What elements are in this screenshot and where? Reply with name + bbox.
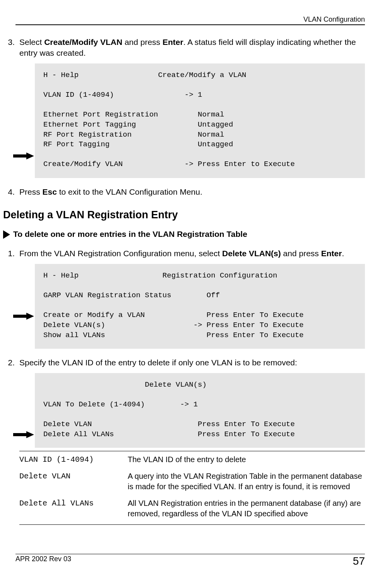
definition-table: VLAN ID (1-4094) The VLAN ID of the entr… xyxy=(19,451,365,525)
step-number: 3. xyxy=(4,37,19,59)
svg-marker-1 xyxy=(3,230,10,239)
definition-term: Delete VLAN xyxy=(19,471,128,492)
definition-row: Delete VLAN A query into the VLAN Regist… xyxy=(19,471,365,492)
svg-marker-3 xyxy=(13,431,34,438)
procedure-arrow-icon xyxy=(3,230,10,240)
definition-description: All VLAN Registration entries in the per… xyxy=(128,498,365,519)
svg-marker-2 xyxy=(13,313,34,320)
definition-description: The VLAN ID of the entry to delete xyxy=(128,454,365,465)
step-body: Select Create/Modify VLAN and press Ente… xyxy=(19,37,365,59)
terminal-output: H - Help Create/Modify a VLAN VLAN ID (1… xyxy=(35,63,365,178)
svg-marker-0 xyxy=(13,152,34,159)
page-content: 3. Select Create/Modify VLAN and press E… xyxy=(0,25,365,525)
page-footer: APR 2002 Rev 03 57 xyxy=(15,554,365,567)
running-header: VLAN Configuration xyxy=(15,15,365,25)
step-number: 2. xyxy=(4,357,19,368)
step-3: 3. Select Create/Modify VLAN and press E… xyxy=(4,37,365,59)
step-body: From the VLAN Registration Configuration… xyxy=(19,248,365,259)
terminal-block-1: H - Help Create/Modify a VLAN VLAN ID (1… xyxy=(35,63,365,178)
definition-term: VLAN ID (1-4094) xyxy=(19,454,128,465)
step-1: 1. From the VLAN Registration Configurat… xyxy=(4,248,365,259)
step-4: 4. Press Esc to exit to the VLAN Configu… xyxy=(4,187,365,197)
arrow-icon xyxy=(13,431,34,438)
step-body: Press Esc to exit to the VLAN Configurat… xyxy=(19,187,365,197)
running-title: VLAN Configuration xyxy=(303,15,365,23)
step-body: Specify the VLAN ID of the entry to dele… xyxy=(19,357,365,368)
terminal-output: H - Help Registration Configuration GARP… xyxy=(35,264,365,349)
procedure-heading: To delete one or more entries in the VLA… xyxy=(3,230,365,240)
procedure-title: To delete one or more entries in the VLA… xyxy=(13,230,247,239)
definition-term: Delete All VLANs xyxy=(19,498,128,519)
page-number: 57 xyxy=(353,555,365,567)
footer-revision: APR 2002 Rev 03 xyxy=(15,555,71,567)
definition-row: Delete All VLANs All VLAN Registration e… xyxy=(19,498,365,519)
definition-description: A query into the VLAN Registration Table… xyxy=(128,471,365,492)
arrow-icon xyxy=(13,313,34,320)
step-2: 2. Specify the VLAN ID of the entry to d… xyxy=(4,357,365,368)
step-number: 4. xyxy=(4,187,19,197)
step-number: 1. xyxy=(4,248,19,259)
section-heading: Deleting a VLAN Registration Entry xyxy=(3,209,365,221)
terminal-block-2: H - Help Registration Configuration GARP… xyxy=(35,264,365,349)
arrow-icon xyxy=(13,152,34,159)
terminal-output: Delete VLAN(s) VLAN To Delete (1-4094) -… xyxy=(35,373,365,448)
definition-row: VLAN ID (1-4094) The VLAN ID of the entr… xyxy=(19,454,365,465)
terminal-block-3: Delete VLAN(s) VLAN To Delete (1-4094) -… xyxy=(35,373,365,448)
